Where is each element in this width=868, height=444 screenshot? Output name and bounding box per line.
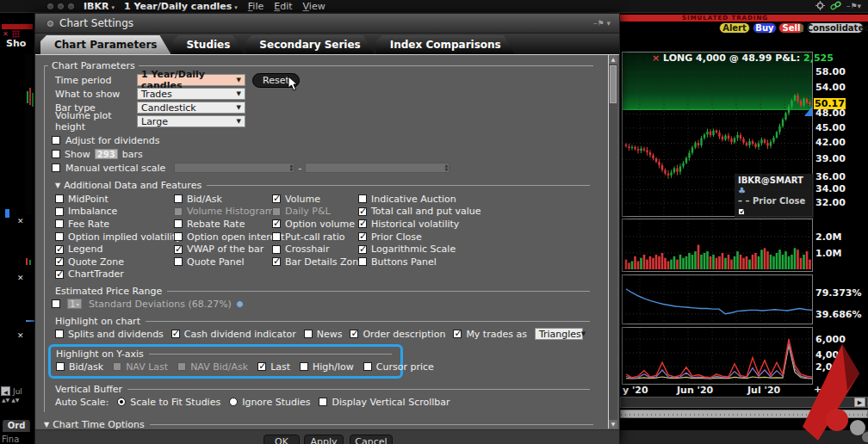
- checkbox[interactable]: [55, 270, 64, 279]
- checkbox[interactable]: [174, 219, 183, 228]
- ibkr-menu[interactable]: IBKR▾: [84, 1, 115, 12]
- tab-studies[interactable]: Studies: [172, 35, 244, 54]
- dialog-titlebar[interactable]: Chart Settings –⚑ ▾: [35, 14, 619, 34]
- position-close-icon[interactable]: ×: [652, 52, 660, 64]
- close-icon[interactable]: ✕: [3, 30, 9, 38]
- window-restore-icon[interactable]: [58, 3, 64, 9]
- cancel-button[interactable]: Cancel: [350, 435, 393, 444]
- checkbox[interactable]: [272, 207, 281, 216]
- checkbox[interactable]: [453, 330, 462, 338]
- radio-button[interactable]: [229, 398, 238, 406]
- window-close-icon[interactable]: [68, 3, 74, 9]
- tab-index-comparisons[interactable]: Index Comparisons: [376, 35, 515, 54]
- apply-button[interactable]: Apply: [304, 435, 344, 444]
- prior-close-checkbox[interactable]: [738, 208, 745, 215]
- tab-secondary-series[interactable]: Secondary Series: [245, 35, 374, 54]
- checkbox-label: ChartTrader: [68, 268, 124, 280]
- checkbox[interactable]: [363, 362, 372, 371]
- checkbox[interactable]: [113, 362, 121, 371]
- checkbox[interactable]: [304, 330, 313, 338]
- volume-panel[interactable]: [622, 219, 813, 272]
- checkbox[interactable]: [55, 207, 64, 216]
- option-volume-panel[interactable]: [622, 327, 813, 385]
- checkbox[interactable]: [272, 245, 281, 254]
- checkbox[interactable]: [56, 362, 65, 371]
- checkbox[interactable]: [300, 362, 308, 371]
- menu-item-view[interactable]: View: [303, 1, 326, 12]
- checkbox[interactable]: [174, 194, 183, 203]
- radio-button[interactable]: [117, 398, 126, 406]
- checkbox[interactable]: [177, 362, 186, 371]
- window-minimize-icon[interactable]: [47, 3, 53, 9]
- param-dropdown-time-period[interactable]: 1 Year/Daily candles▼: [137, 74, 245, 86]
- param-dropdown-bar-type[interactable]: Candlestick▼: [137, 102, 245, 114]
- checkbox[interactable]: [358, 207, 367, 216]
- pin-icon[interactable]: –⚑▾: [846, 2, 861, 10]
- dialog-scrollbar[interactable]: ▲ ▼: [608, 55, 617, 429]
- checkbox[interactable]: [55, 245, 64, 254]
- ok-button[interactable]: OK: [264, 435, 300, 444]
- adjust-dividends-checkbox[interactable]: [52, 136, 60, 145]
- gear-icon[interactable]: [815, 1, 825, 10]
- order-panel-tab[interactable]: Ord: [3, 420, 30, 432]
- link-icon[interactable]: [830, 1, 841, 10]
- scale-max-input[interactable]: ▲▼: [305, 163, 450, 173]
- panel-close-icon[interactable]: ✕: [17, 274, 24, 282]
- checkbox-item: NAV Bid/Ask: [177, 361, 248, 373]
- scrollbar-down-icon[interactable]: ▼: [609, 420, 617, 429]
- scrollbar-up-icon[interactable]: ▲: [609, 55, 617, 64]
- checkbox[interactable]: [358, 232, 367, 241]
- sd-count-dropdown[interactable]: 1▾: [67, 299, 82, 309]
- menu-item-file[interactable]: File: [248, 1, 264, 12]
- checkbox[interactable]: [257, 362, 266, 371]
- checkbox[interactable]: [358, 219, 367, 228]
- checkbox[interactable]: [55, 232, 64, 241]
- window-controls[interactable]: [47, 3, 74, 9]
- spinner-icons[interactable]: ▲▼ ▲▼: [2, 398, 19, 403]
- checkbox[interactable]: [358, 194, 367, 203]
- checkbox-label: NAV Last: [126, 361, 168, 373]
- chart-time-options-header[interactable]: ▼ Chart Time Options: [44, 418, 597, 429]
- menu-item-edit[interactable]: Edit: [274, 1, 292, 12]
- checkbox[interactable]: [55, 330, 64, 338]
- alert-button[interactable]: Alert: [719, 22, 750, 34]
- period-menu[interactable]: 1 Year/Daily candles▾: [124, 1, 238, 12]
- collapse-triangle-icon[interactable]: ▼: [44, 421, 49, 429]
- checkbox[interactable]: [272, 194, 281, 203]
- checkbox[interactable]: [272, 257, 281, 266]
- show-bars-checkbox[interactable]: [52, 150, 60, 158]
- bars-count-input[interactable]: 293: [95, 149, 118, 159]
- my-trades-dropdown[interactable]: Triangles▼: [535, 328, 583, 340]
- checkbox[interactable]: [358, 245, 367, 254]
- checkbox[interactable]: [55, 194, 64, 203]
- tab-chart-parameters[interactable]: Chart Parameters: [40, 35, 170, 54]
- checkbox[interactable]: [350, 330, 358, 338]
- checkbox[interactable]: [171, 330, 180, 338]
- checkbox[interactable]: [272, 219, 281, 228]
- scale-min-input[interactable]: ▲▼: [174, 163, 294, 173]
- scroll-left-arrow[interactable]: ◀: [1, 386, 10, 396]
- manual-scale-checkbox[interactable]: [52, 163, 60, 172]
- checkbox[interactable]: [174, 232, 183, 241]
- consolidated-button[interactable]: Consolidated: [807, 22, 864, 34]
- checkbox[interactable]: [319, 398, 327, 406]
- pin-icon[interactable]: –⚑ ▾: [593, 19, 611, 28]
- chart-legend[interactable]: IBKR@SMART ♣ – – Prior Close: [735, 174, 814, 219]
- additional-data-header[interactable]: ▼ Additional Data and Features: [55, 179, 593, 191]
- scrollbar-thumb[interactable]: [610, 65, 617, 103]
- volatility-panel[interactable]: [622, 274, 813, 324]
- buy-button[interactable]: Buy: [753, 22, 777, 34]
- checkbox[interactable]: [272, 232, 281, 241]
- panel-close-icon[interactable]: ✕: [17, 331, 24, 340]
- checkbox[interactable]: [358, 257, 367, 266]
- param-dropdown-volume-plot-height[interactable]: Large▼: [137, 115, 245, 127]
- epr-checkbox[interactable]: [52, 299, 60, 308]
- collapse-triangle-icon[interactable]: ▼: [55, 182, 60, 189]
- checkbox[interactable]: [55, 257, 64, 266]
- checkbox[interactable]: [174, 257, 183, 266]
- checkbox[interactable]: [55, 219, 64, 228]
- checkbox[interactable]: [174, 245, 183, 254]
- param-dropdown-what-to-show[interactable]: Trades▼: [137, 88, 245, 100]
- checkbox[interactable]: [174, 207, 183, 216]
- panel-close-icon[interactable]: ✕: [17, 217, 24, 225]
